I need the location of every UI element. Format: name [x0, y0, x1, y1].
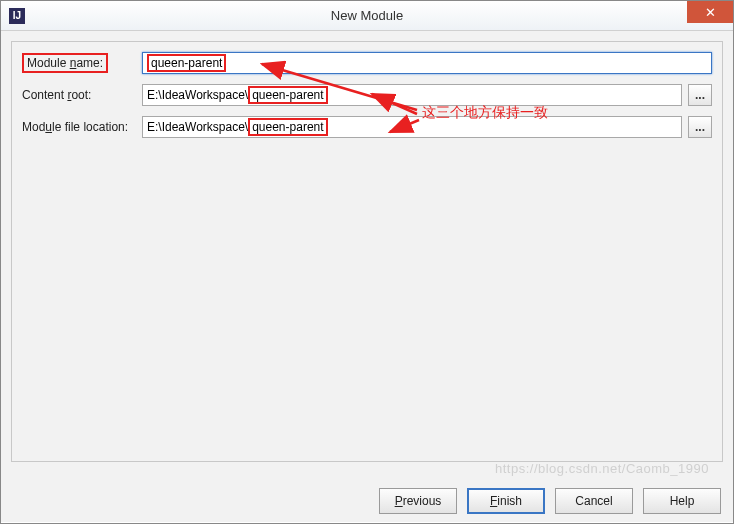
module-name-input[interactable]: queen-parent — [142, 52, 712, 74]
module-file-location-browse-button[interactable]: ... — [688, 116, 712, 138]
module-name-label: Module name: — [22, 56, 142, 70]
row-module-name: Module name: queen-parent — [22, 52, 712, 74]
content-root-input[interactable]: E:\IdeaWorkspace\queen-parent — [142, 84, 682, 106]
module-file-location-prefix: E:\IdeaWorkspace\ — [147, 120, 248, 134]
ellipsis-icon: ... — [695, 88, 705, 102]
watermark: https://blog.csdn.net/Caomb_1990 — [495, 461, 709, 476]
module-file-location-highlight: queen-parent — [248, 118, 327, 136]
dialog-content: Module name: queen-parent Content root: … — [1, 31, 733, 522]
row-content-root: Content root: E:\IdeaWorkspace\queen-par… — [22, 84, 712, 106]
module-file-location-input[interactable]: E:\IdeaWorkspace\queen-parent — [142, 116, 682, 138]
module-name-value: queen-parent — [147, 54, 226, 72]
window-title: New Module — [331, 8, 403, 23]
close-icon: ✕ — [705, 5, 716, 20]
content-root-highlight: queen-parent — [248, 86, 327, 104]
titlebar: IJ New Module ✕ — [1, 1, 733, 31]
cancel-button[interactable]: Cancel — [555, 488, 633, 514]
button-bar: Previous Finish Cancel Help — [379, 488, 721, 514]
content-root-prefix: E:\IdeaWorkspace\ — [147, 88, 248, 102]
row-module-file-location: Module file location: E:\IdeaWorkspace\q… — [22, 116, 712, 138]
content-root-browse-button[interactable]: ... — [688, 84, 712, 106]
form-panel: Module name: queen-parent Content root: … — [11, 41, 723, 462]
ellipsis-icon: ... — [695, 120, 705, 134]
close-button[interactable]: ✕ — [687, 1, 733, 23]
app-icon: IJ — [9, 8, 25, 24]
help-button[interactable]: Help — [643, 488, 721, 514]
content-root-label: Content root: — [22, 88, 142, 102]
finish-button[interactable]: Finish — [467, 488, 545, 514]
previous-button[interactable]: Previous — [379, 488, 457, 514]
module-file-location-label: Module file location: — [22, 120, 142, 134]
